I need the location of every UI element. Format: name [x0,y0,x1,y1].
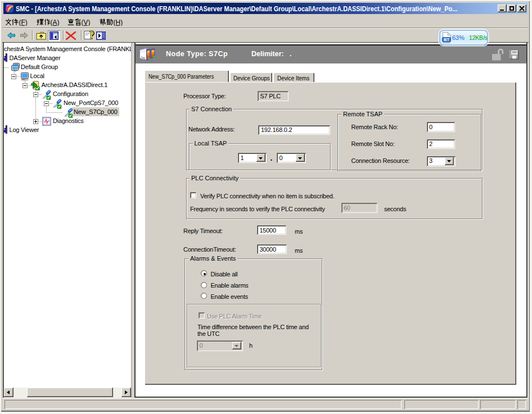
svg-text:(V): (V) [82,19,91,26]
svg-text:(H): (H) [114,19,123,26]
svg-text:(A): (A) [51,19,60,26]
svg-text:(F): (F) [19,19,28,26]
svg-text:BT: BT [444,37,449,42]
